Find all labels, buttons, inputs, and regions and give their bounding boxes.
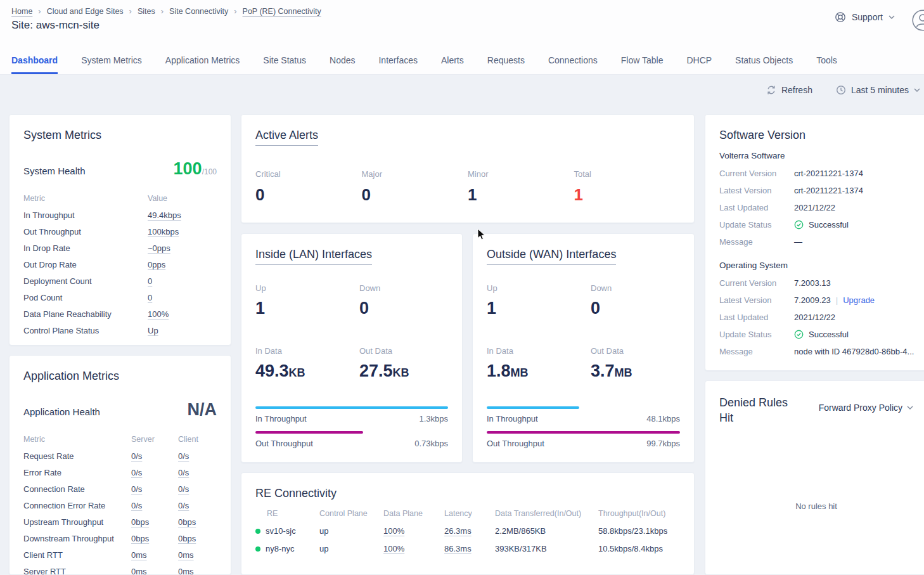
latency-value[interactable]: 86.3ms — [444, 544, 472, 553]
alert-stat-critical: Critical 0 — [255, 169, 362, 205]
metric-value[interactable]: 0 — [148, 294, 152, 302]
row-value: 7.2003.13 — [794, 278, 913, 288]
tab-connections[interactable]: Connections — [548, 46, 598, 74]
breadcrumb-item-pop-re-connectivity[interactable]: PoP (RE) Connectivity — [243, 7, 321, 16]
volterra-software-rows: Current Versioncrt-20211221-1374 Latest … — [719, 169, 913, 247]
metric-value[interactable]: ~0pps — [148, 244, 170, 253]
tab-system-metrics[interactable]: System Metrics — [81, 46, 142, 74]
row-label: Update Status — [719, 220, 794, 229]
tab-application-metrics[interactable]: Application Metrics — [165, 46, 240, 74]
metric-value[interactable]: Up — [148, 326, 158, 335]
table-row: Pod Count0 — [23, 294, 217, 302]
version-row: Latest Versioncrt-20211221-1374 — [719, 186, 913, 195]
table-row: Control Plane StatusUp — [23, 326, 217, 335]
client-value[interactable]: 0ms — [178, 567, 194, 575]
column-throughput: Throughput(In/Out) — [598, 509, 680, 519]
data-unit: KB — [289, 366, 305, 379]
client-value[interactable]: 0/s — [178, 501, 189, 510]
metric-label: Error Rate — [23, 468, 131, 477]
policy-selector[interactable]: Forward Proxy Policy — [819, 403, 913, 413]
wan-interfaces-title[interactable]: Outside (WAN) Interfaces — [487, 248, 616, 265]
metric-label: Control Plane Status — [23, 326, 148, 335]
metric-label: Connection Error Rate — [23, 501, 131, 510]
tab-nodes[interactable]: Nodes — [330, 46, 355, 74]
status-text: Successful — [809, 220, 849, 229]
metric-value[interactable]: 0 — [148, 277, 152, 286]
breadcrumb-item-home[interactable]: Home — [11, 7, 32, 16]
data-plane-value[interactable]: 100% — [383, 526, 404, 536]
column-data-transferred: Data Transferred(In/Out) — [495, 509, 598, 519]
data-plane-value[interactable]: 100% — [383, 544, 404, 553]
server-value[interactable]: 0ms — [131, 551, 147, 560]
throughput-label: In Throughput — [255, 414, 307, 423]
system-metrics-card: System Metrics System Health 100/100 Met… — [9, 114, 231, 346]
chevron-down-icon — [914, 88, 920, 92]
tab-status-objects[interactable]: Status Objects — [735, 46, 793, 74]
breadcrumb-item-site-connectivity[interactable]: Site Connectivity — [169, 7, 228, 16]
server-value[interactable]: 0/s — [131, 501, 142, 510]
software-version-card: Software Version Volterra Software Curre… — [705, 114, 924, 371]
client-value[interactable]: 0/s — [178, 468, 189, 477]
wan-updown: Up 1 Down 0 — [487, 283, 680, 318]
server-value[interactable]: 0ms — [131, 567, 147, 575]
refresh-button[interactable]: Refresh — [766, 85, 812, 95]
server-value[interactable]: 0bps — [131, 518, 149, 527]
column-latency: Latency — [444, 509, 495, 519]
breadcrumb-separator-icon: › — [129, 6, 132, 16]
metric-value[interactable]: 100kbps — [148, 228, 179, 236]
table-row: In Throughput49.4kbps — [23, 211, 217, 220]
out-throughput-row: Out Throughput 99.7kbps — [487, 439, 680, 448]
time-range-selector[interactable]: Last 5 minutes — [836, 85, 920, 95]
latency-value[interactable]: 26.3ms — [444, 526, 472, 536]
system-health-score: 100 — [174, 159, 202, 178]
server-value[interactable]: 0/s — [131, 468, 142, 477]
tab-flow-table[interactable]: Flow Table — [621, 46, 664, 74]
metric-value[interactable]: 49.4kbps — [148, 211, 181, 220]
dashboard-toolbar: Refresh Last 5 minutes — [766, 85, 920, 95]
tab-dhcp[interactable]: DHCP — [686, 46, 712, 74]
tab-requests[interactable]: Requests — [487, 46, 525, 74]
server-value[interactable]: 0/s — [131, 485, 142, 494]
tab-alerts[interactable]: Alerts — [441, 46, 464, 74]
version-row: Update Status Successful — [719, 220, 913, 229]
row-value: crt-20211221-1374 — [794, 169, 913, 178]
application-health-label: Application Health — [23, 406, 100, 417]
breadcrumb-item-cloud-and-edge-sites[interactable]: Cloud and Edge Sites — [47, 7, 124, 16]
metric-value[interactable]: 0pps — [148, 261, 165, 269]
support-button[interactable]: Support — [852, 12, 883, 22]
row-value: node with ID 467928d0-86bb-4... — [794, 347, 914, 356]
re-connectivity-table: RE Control Plane Data Plane Latency Data… — [255, 509, 680, 553]
tab-site-status[interactable]: Site Status — [263, 46, 306, 74]
row-label: Message — [719, 237, 794, 247]
client-value[interactable]: 0/s — [178, 485, 189, 494]
metric-value[interactable]: 100% — [148, 310, 169, 319]
row-label: Message — [719, 347, 794, 356]
version-row: Current Versioncrt-20211221-1374 — [719, 169, 913, 178]
lan-updown: Up 1 Down 0 — [255, 283, 448, 318]
header-actions: Support — [835, 11, 895, 23]
lan-data: In Data 49.3KB Out Data 27.5KB — [255, 346, 448, 381]
breadcrumb-item-sites[interactable]: Sites — [138, 7, 155, 16]
avatar[interactable] — [912, 10, 924, 31]
stat-label: Total — [574, 169, 681, 179]
stat-value: 1 — [574, 185, 681, 205]
re-connectivity-card: RE Connectivity RE Control Plane Data Pl… — [241, 472, 695, 575]
system-metrics-title: System Metrics — [23, 129, 217, 142]
lan-interfaces-title[interactable]: Inside (LAN) Interfaces — [255, 248, 372, 265]
lan-up: Up 1 — [255, 283, 359, 318]
server-value[interactable]: 0/s — [131, 452, 142, 461]
tab-tools[interactable]: Tools — [816, 46, 837, 74]
tab-interfaces[interactable]: Interfaces — [378, 46, 417, 74]
stat-label: Up — [255, 283, 359, 293]
client-value[interactable]: 0ms — [178, 551, 194, 560]
client-value[interactable]: 0/s — [178, 452, 189, 461]
active-alerts-title[interactable]: Active Alerts — [255, 129, 318, 146]
metric-label: Connection Rate — [23, 485, 131, 494]
application-metrics-table: Metric Server Client Request Rate0/s0/s … — [23, 435, 217, 575]
client-value[interactable]: 0bps — [178, 534, 196, 543]
server-value[interactable]: 0bps — [131, 534, 149, 543]
client-value[interactable]: 0bps — [178, 518, 196, 527]
tab-dashboard[interactable]: Dashboard — [11, 46, 58, 74]
data-unit: MB — [615, 366, 632, 379]
upgrade-link[interactable]: Upgrade — [843, 295, 875, 305]
